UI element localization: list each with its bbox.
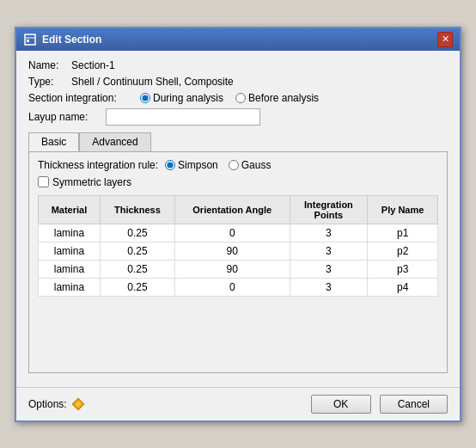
title-bar-left: Edit Section	[23, 33, 101, 46]
options-diamond-icon[interactable]	[70, 396, 86, 412]
ok-button[interactable]: OK	[311, 395, 371, 414]
during-analysis-option[interactable]: During analysis	[140, 92, 223, 104]
table-cell[interactable]: lamina	[39, 278, 101, 296]
name-row: Name: Section-1	[28, 59, 448, 71]
table-cell[interactable]: 90	[174, 260, 290, 278]
table-cell[interactable]: p2	[368, 242, 438, 260]
table-cell[interactable]: p4	[368, 278, 438, 296]
svg-rect-2	[27, 40, 29, 42]
table-cell[interactable]: p1	[368, 224, 438, 242]
close-button[interactable]: ✕	[437, 32, 453, 47]
gauss-label: Gauss	[241, 159, 272, 171]
col-thickness: Thickness	[100, 195, 174, 224]
dialog-icon	[23, 33, 37, 46]
table-cell[interactable]: 3	[290, 278, 368, 296]
table-header-row: Material Thickness Orientation Angle Int…	[39, 195, 438, 224]
table-row: lamina0.25903p3	[39, 260, 438, 278]
table-cell[interactable]: lamina	[39, 260, 101, 278]
dialog-body: Name: Section-1 Type: Shell / Continuum …	[16, 51, 460, 382]
svg-rect-0	[25, 34, 35, 45]
table-cell[interactable]: 0.25	[100, 242, 174, 260]
type-row: Type: Shell / Continuum Shell, Composite	[28, 76, 448, 88]
integration-radio-group: During analysis Before analysis	[140, 92, 319, 104]
col-orientation: Orientation Angle	[174, 195, 290, 224]
layup-input[interactable]	[106, 108, 260, 126]
table-row: lamina0.2503p1	[39, 224, 438, 242]
simpson-radio[interactable]	[165, 160, 175, 170]
thickness-rule-row: Thickness integration rule: Simpson Gaus…	[38, 159, 438, 171]
dialog-title: Edit Section	[42, 34, 101, 46]
during-analysis-label: During analysis	[153, 92, 223, 104]
table-cell[interactable]: lamina	[39, 242, 101, 260]
symmetric-label: Symmetric layers	[52, 176, 131, 188]
table-cell[interactable]: 0.25	[100, 260, 174, 278]
cancel-button[interactable]: Cancel	[380, 395, 448, 414]
table-row: lamina0.2503p4	[39, 278, 438, 296]
spacer	[38, 297, 438, 365]
table-cell[interactable]: 0.25	[100, 224, 174, 242]
table-row: lamina0.25903p2	[39, 242, 438, 260]
tab-advanced[interactable]: Advanced	[79, 132, 150, 151]
name-value: Section-1	[71, 59, 115, 71]
table-cell[interactable]: 0.25	[100, 278, 174, 296]
table-cell[interactable]: p3	[368, 260, 438, 278]
name-label: Name:	[28, 59, 71, 71]
before-analysis-radio[interactable]	[235, 93, 246, 103]
layers-table: Material Thickness Orientation Angle Int…	[38, 195, 438, 297]
options-area: Options:	[28, 396, 86, 412]
layup-label: Layup name:	[28, 111, 106, 123]
gauss-radio[interactable]	[229, 160, 239, 170]
col-ply-name: Ply Name	[368, 195, 438, 224]
table-cell[interactable]: 90	[174, 242, 290, 260]
gauss-option[interactable]: Gauss	[229, 159, 272, 171]
layup-row: Layup name:	[28, 108, 448, 126]
col-integration-points: IntegrationPoints	[290, 195, 368, 224]
section-integration-row: Section integration: During analysis Bef…	[28, 92, 448, 104]
table-cell[interactable]: lamina	[39, 224, 101, 242]
tab-basic-content: Thickness integration rule: Simpson Gaus…	[28, 151, 448, 373]
type-label: Type:	[28, 76, 71, 88]
table-cell[interactable]: 0	[174, 278, 290, 296]
before-analysis-label: Before analysis	[248, 92, 319, 104]
options-label: Options:	[28, 398, 67, 410]
button-row: OK Cancel	[311, 395, 448, 414]
table-cell[interactable]: 3	[290, 260, 368, 278]
bottom-area: Options: OK Cancel	[16, 387, 460, 420]
tab-basic[interactable]: Basic	[28, 132, 79, 151]
tabs-bar: Basic Advanced	[28, 132, 448, 151]
table-cell[interactable]: 3	[290, 242, 368, 260]
table-cell[interactable]: 3	[290, 224, 368, 242]
simpson-option[interactable]: Simpson	[165, 159, 218, 171]
edit-section-dialog: Edit Section ✕ Name: Section-1 Type: She…	[15, 27, 461, 422]
thickness-rule-label: Thickness integration rule:	[38, 159, 158, 171]
col-material: Material	[39, 195, 101, 224]
section-integration-label: Section integration:	[28, 92, 140, 104]
title-bar: Edit Section ✕	[16, 28, 460, 51]
simpson-label: Simpson	[178, 159, 218, 171]
before-analysis-option[interactable]: Before analysis	[235, 92, 319, 104]
type-value: Shell / Continuum Shell, Composite	[71, 76, 234, 88]
during-analysis-radio[interactable]	[140, 93, 150, 103]
symmetric-row: Symmetric layers	[38, 176, 438, 188]
table-cell[interactable]: 0	[174, 224, 290, 242]
symmetric-layers-checkbox[interactable]	[38, 176, 49, 187]
